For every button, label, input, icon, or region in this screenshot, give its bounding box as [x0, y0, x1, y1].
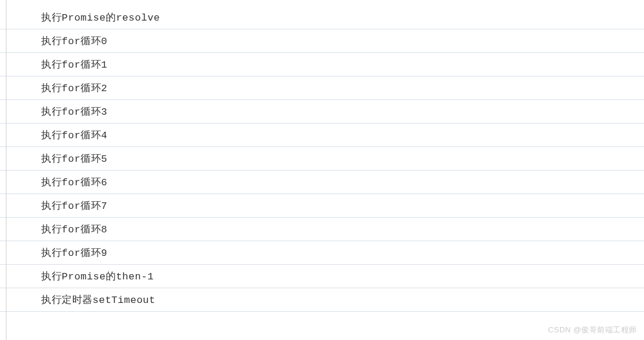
console-line: 执行for循环9 [0, 241, 644, 265]
console-line: 执行Promise的resolve [0, 6, 644, 29]
console-line: 执行for循环6 [0, 171, 644, 194]
console-line: 执行Promise的then-1 [0, 265, 644, 288]
left-border-line [6, 0, 6, 340]
console-line: 执行for循环0 [0, 29, 644, 53]
watermark-text: CSDN @俊哥前端工程师 [548, 325, 637, 335]
console-line: 执行for循环4 [0, 124, 644, 147]
console-line: 执行for循环1 [0, 53, 644, 76]
console-line: 执行for循环5 [0, 147, 644, 171]
console-line: 执行for循环3 [0, 100, 644, 124]
console-line: 执行for循环2 [0, 76, 644, 100]
console-line: 执行定时器setTimeout [0, 288, 644, 312]
console-line: 执行for循环7 [0, 194, 644, 218]
console-line: 执行for循环8 [0, 218, 644, 241]
console-output: 执行Promise的resolve 执行for循环0 执行for循环1 执行fo… [0, 0, 644, 312]
